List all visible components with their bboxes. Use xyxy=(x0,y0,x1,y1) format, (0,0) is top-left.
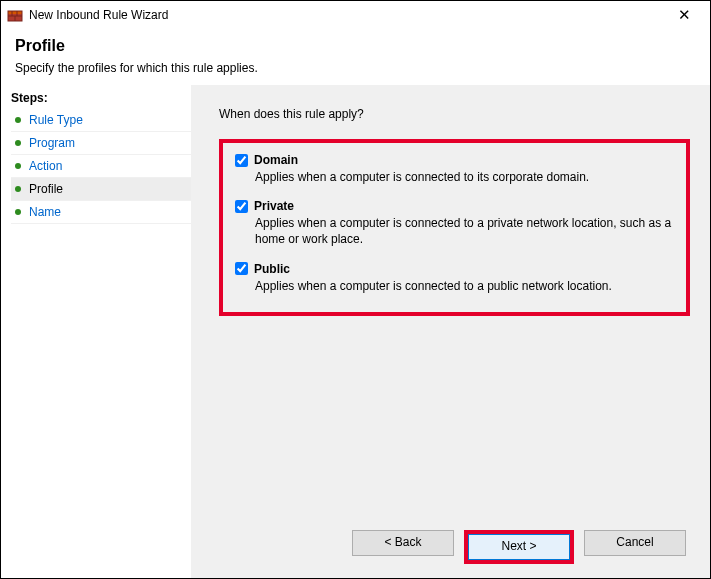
option-domain: Domain Applies when a computer is connec… xyxy=(235,153,674,185)
wizard-body: Steps: Rule Type Program Action Profile … xyxy=(1,85,710,578)
option-label: Domain xyxy=(254,153,298,167)
cancel-button[interactable]: Cancel xyxy=(584,530,686,556)
wizard-footer: < Back Next > Cancel xyxy=(219,518,690,578)
page-subtitle: Specify the profiles for which this rule… xyxy=(15,61,696,75)
option-label: Public xyxy=(254,262,290,276)
sidebar-item-label: Name xyxy=(29,205,61,219)
window-title: New Inbound Rule Wizard xyxy=(29,8,664,22)
option-private: Private Applies when a computer is conne… xyxy=(235,199,674,247)
sidebar-item-program[interactable]: Program xyxy=(11,132,191,155)
wizard-header: Profile Specify the profiles for which t… xyxy=(1,29,710,85)
checkbox-domain[interactable] xyxy=(235,154,248,167)
option-desc: Applies when a computer is connected to … xyxy=(255,278,674,294)
step-bullet-icon xyxy=(15,140,21,146)
next-button[interactable]: Next > xyxy=(468,534,570,560)
option-label: Private xyxy=(254,199,294,213)
profile-question: When does this rule apply? xyxy=(219,107,690,121)
sidebar-item-profile[interactable]: Profile xyxy=(11,178,191,201)
sidebar-item-label: Profile xyxy=(29,182,63,196)
checkbox-public[interactable] xyxy=(235,262,248,275)
option-desc: Applies when a computer is connected to … xyxy=(255,215,674,247)
sidebar-item-rule-type[interactable]: Rule Type xyxy=(11,109,191,132)
sidebar-item-label: Program xyxy=(29,136,75,150)
sidebar-item-action[interactable]: Action xyxy=(11,155,191,178)
wizard-window: New Inbound Rule Wizard ✕ Profile Specif… xyxy=(0,0,711,579)
sidebar-item-label: Action xyxy=(29,159,62,173)
option-public: Public Applies when a computer is connec… xyxy=(235,262,674,294)
sidebar-item-label: Rule Type xyxy=(29,113,83,127)
close-icon[interactable]: ✕ xyxy=(664,1,704,29)
step-bullet-icon xyxy=(15,209,21,215)
firewall-icon xyxy=(7,7,23,23)
step-bullet-icon xyxy=(15,117,21,123)
option-desc: Applies when a computer is connected to … xyxy=(255,169,674,185)
step-bullet-icon xyxy=(15,163,21,169)
steps-sidebar: Steps: Rule Type Program Action Profile … xyxy=(1,85,191,578)
checkbox-private[interactable] xyxy=(235,200,248,213)
steps-heading: Steps: xyxy=(11,91,191,105)
step-bullet-icon xyxy=(15,186,21,192)
profile-options-highlight: Domain Applies when a computer is connec… xyxy=(219,139,690,316)
main-panel: When does this rule apply? Domain Applie… xyxy=(191,85,710,578)
titlebar: New Inbound Rule Wizard ✕ xyxy=(1,1,710,29)
sidebar-item-name[interactable]: Name xyxy=(11,201,191,224)
back-button[interactable]: < Back xyxy=(352,530,454,556)
next-button-highlight: Next > xyxy=(464,530,574,564)
page-title: Profile xyxy=(15,37,696,55)
